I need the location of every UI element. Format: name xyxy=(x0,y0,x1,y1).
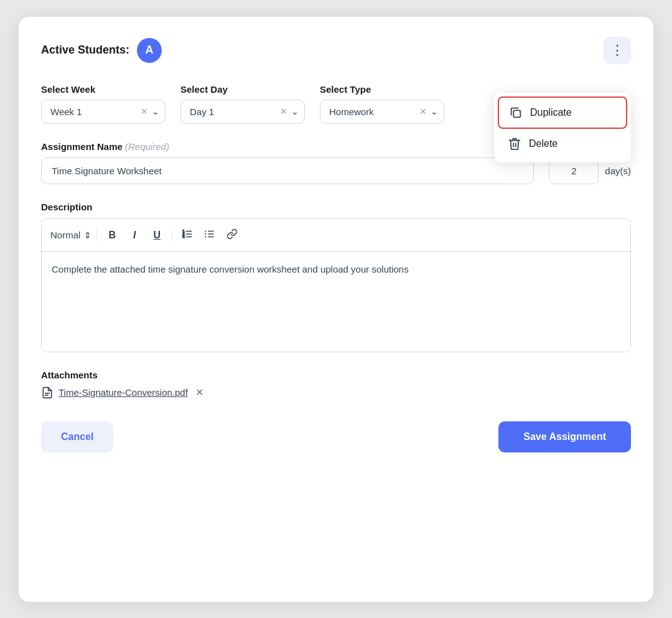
assignment-name-group: Assignment Name (Required) xyxy=(41,141,534,184)
save-assignment-button[interactable]: Save Assignment xyxy=(498,421,631,452)
duplicate-icon xyxy=(509,106,523,119)
dropdown-menu: Duplicate Delete xyxy=(494,93,631,162)
unordered-list-button[interactable] xyxy=(200,225,220,245)
svg-rect-0 xyxy=(513,110,520,117)
svg-point-10 xyxy=(205,230,206,232)
select-type-input[interactable]: Homework Quiz Assignment xyxy=(320,100,444,124)
svg-point-11 xyxy=(205,233,206,234)
active-students-section: Active Students: A xyxy=(41,38,162,63)
text-style-label: Normal xyxy=(50,230,80,240)
days-label: day(s) xyxy=(605,166,631,176)
select-week-input[interactable]: Week 1 Week 2 Week 3 xyxy=(41,100,166,124)
attachments-section: Attachments Time-Signature-Conversion.pd… xyxy=(41,370,631,399)
description-section: Description Normal ⇕ B I U xyxy=(41,202,631,352)
toolbar-separator-2 xyxy=(172,229,172,241)
attachment-item: Time-Signature-Conversion.pdf ✕ xyxy=(41,386,631,399)
more-options-button[interactable]: ⋮ xyxy=(604,37,631,64)
cancel-button[interactable]: Cancel xyxy=(41,421,113,452)
editor-toolbar: Normal ⇕ B I U xyxy=(42,219,630,252)
svg-text:3.: 3. xyxy=(183,235,185,238)
underline-icon: U xyxy=(154,230,161,241)
select-type-group: Select Type Homework Quiz Assignment ✕ ⌄ xyxy=(320,84,444,124)
select-week-label: Select Week xyxy=(41,84,166,95)
attachments-label: Attachments xyxy=(41,370,631,380)
description-label: Description xyxy=(41,202,631,212)
active-students-label: Active Students: xyxy=(41,44,129,57)
svg-point-12 xyxy=(205,236,206,237)
select-day-label: Select Day xyxy=(180,84,305,95)
bold-button[interactable]: B xyxy=(102,225,122,245)
select-day-input[interactable]: Day 1 Day 2 Day 3 xyxy=(180,100,305,124)
delete-icon xyxy=(508,137,521,151)
toolbar-separator-1 xyxy=(96,229,97,241)
more-icon: ⋮ xyxy=(610,42,624,59)
file-icon xyxy=(41,386,54,399)
link-icon xyxy=(226,228,238,242)
delete-menu-item[interactable]: Delete xyxy=(498,129,627,159)
editor-content[interactable]: Complete the attached time signature con… xyxy=(42,252,630,352)
avatar: A xyxy=(137,38,162,63)
duplicate-menu-item[interactable]: Duplicate xyxy=(498,96,627,129)
italic-button[interactable]: I xyxy=(124,225,144,245)
footer-row: Cancel Save Assignment xyxy=(41,421,631,452)
attachment-link[interactable]: Time-Signature-Conversion.pdf xyxy=(58,387,188,398)
italic-icon: I xyxy=(133,230,136,241)
select-type-wrapper: Homework Quiz Assignment ✕ ⌄ xyxy=(320,100,444,124)
text-style-arrows-icon: ⇕ xyxy=(84,230,91,240)
required-label: (Required) xyxy=(125,141,169,152)
ordered-list-icon: 1. 2. 3. xyxy=(182,228,193,242)
assignment-name-label: Assignment Name (Required) xyxy=(41,141,169,152)
assignment-name-input[interactable] xyxy=(41,157,534,184)
unordered-list-icon xyxy=(204,228,215,242)
duplicate-label: Duplicate xyxy=(530,107,572,118)
bold-icon: B xyxy=(109,230,116,241)
ordered-list-button[interactable]: 1. 2. 3. xyxy=(177,225,197,245)
delete-label: Delete xyxy=(529,138,558,149)
select-week-group: Select Week Week 1 Week 2 Week 3 ✕ ⌄ xyxy=(41,84,166,124)
select-day-group: Select Day Day 1 Day 2 Day 3 ✕ ⌄ xyxy=(180,84,305,124)
header-row: Active Students: A ⋮ Duplicate xyxy=(41,37,631,64)
text-style-selector[interactable]: Normal ⇕ xyxy=(50,230,91,240)
link-button[interactable] xyxy=(222,225,242,245)
editor-container: Normal ⇕ B I U xyxy=(41,218,631,352)
select-day-wrapper: Day 1 Day 2 Day 3 ✕ ⌄ xyxy=(180,100,305,124)
remove-attachment-button[interactable]: ✕ xyxy=(193,386,206,398)
select-type-label: Select Type xyxy=(320,84,444,95)
underline-button[interactable]: U xyxy=(147,225,167,245)
modal-container: Active Students: A ⋮ Duplicate xyxy=(19,17,653,602)
select-week-wrapper: Week 1 Week 2 Week 3 ✕ ⌄ xyxy=(41,100,166,124)
